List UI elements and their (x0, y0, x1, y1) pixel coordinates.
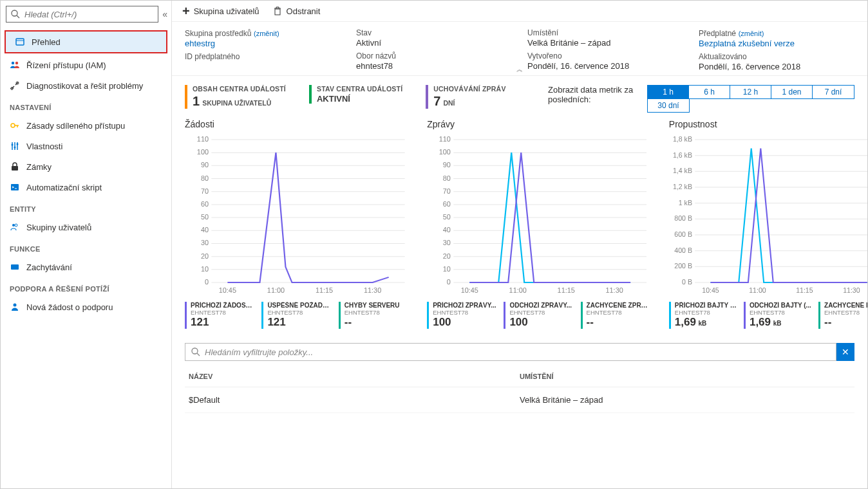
loc-label: Umístění (527, 28, 683, 37)
svg-text:11:00: 11:00 (749, 287, 766, 294)
th-name[interactable]: NÁZEV (189, 373, 520, 380)
timerange-30d[interactable]: 30 dní (648, 99, 689, 112)
timerange-1d[interactable]: 1 den (771, 86, 813, 98)
counter-status: STAV CENTRA UDÁLOSTÍ AKTIVNÍ (309, 85, 402, 104)
chart-messages-title: Zprávy (427, 119, 651, 129)
svg-text:110: 110 (439, 136, 451, 143)
svg-rect-23 (275, 9, 280, 15)
counter-status-label: STAV CENTRA UDÁLOSTÍ (317, 85, 402, 93)
ns-label: Obor názvů (356, 51, 512, 60)
group-icon (10, 222, 20, 232)
sub-id-label: ID předplatného (185, 52, 341, 61)
nav-overview[interactable]: Přehled (5, 30, 167, 53)
svg-text:80: 80 (201, 175, 209, 182)
nav-support-request[interactable]: Nová žádost o podporu (1, 297, 171, 317)
key-icon (10, 120, 20, 131)
nav-diagnose[interactable]: Diagnostikovat a řešit problémy (1, 75, 171, 96)
th-loc[interactable]: UMÍSTĚNÍ (520, 373, 851, 380)
table-row[interactable]: $Default Velká Británie – západ (185, 387, 854, 413)
section-functions: FUNKCE (1, 237, 171, 257)
legend-value: 100 (509, 316, 527, 328)
updated-value: Pondělí, 16. července 2018 (699, 62, 854, 71)
svg-text:10:45: 10:45 (219, 287, 236, 294)
legend-value: -- (344, 316, 352, 328)
chart-messages-legend: PŘÍCHOZÍ ZPRÁVY...EHNTEST78100ODCHOZÍ ZP… (427, 302, 651, 329)
timerange-6h[interactable]: 6 h (689, 86, 730, 98)
svg-rect-21 (11, 264, 19, 270)
rg-value[interactable]: ehtestrg (185, 39, 341, 48)
filter-clear-button[interactable]: ✕ (836, 343, 854, 361)
collapse-essentials-icon[interactable]: ︽ (516, 65, 523, 74)
svg-text:30: 30 (201, 240, 209, 247)
svg-text:10:45: 10:45 (461, 287, 478, 294)
counter-status-value: AKTIVNÍ (317, 94, 350, 104)
sidebar-search-input[interactable] (24, 10, 154, 19)
svg-line-109 (197, 353, 200, 356)
sub-value[interactable]: Bezplatná zkušební verze (699, 39, 854, 48)
nav-shared-access[interactable]: Zásady sdíleného přístupu (1, 115, 171, 136)
nav-capture[interactable]: Zachytávání (1, 257, 171, 277)
essentials-panel: Skupina prostředků (změnit) ehtestrg ID … (172, 22, 867, 76)
legend-value: 100 (433, 316, 451, 328)
counters-row: OBSAH CENTRA UDÁLOSTÍ 1SKUPINA UŽIVATELŮ… (172, 76, 867, 119)
rg-change-link[interactable]: (změnit) (254, 30, 279, 37)
chart-throughput[interactable]: Propustnost 0 B200 B400 B600 B800 B1 kB1… (669, 119, 867, 329)
legend-sub: EHNTEST78 (191, 309, 255, 316)
nav-locks[interactable]: Zámky (1, 156, 171, 177)
legend-sub: EHNTEST78 (509, 309, 574, 316)
counter-content-label: OBSAH CENTRA UDÁLOSTÍ (193, 85, 286, 93)
rg-label: Skupina prostředků (185, 29, 251, 38)
timerange-7d[interactable]: 7 dní (813, 86, 854, 98)
legend-sub: EHNTEST78 (750, 309, 812, 316)
sub-change-link[interactable]: (změnit) (739, 30, 764, 37)
nav-capture-label: Zachytávání (26, 263, 72, 272)
sidebar-search[interactable] (6, 6, 158, 23)
chart-throughput-title: Propustnost (669, 119, 867, 129)
svg-text:0: 0 (205, 279, 209, 286)
svg-text:90: 90 (201, 162, 209, 169)
legend-item: ÚSPĚŠNÉ POŽADAVKYEHNTEST78121 (261, 302, 332, 329)
timerange-12h[interactable]: 12 h (730, 86, 771, 98)
sidebar: « Přehled Řízení přístupu (IAM) Diagnost… (1, 1, 172, 488)
svg-text:70: 70 (443, 188, 451, 195)
svg-text:1,8 kB: 1,8 kB (673, 136, 692, 143)
filter-box[interactable]: Hledáním vyfiltrujte položky... (185, 343, 836, 361)
nav-support-request-label: Nová žádost o podporu (26, 302, 113, 312)
delete-label: Odstranit (287, 6, 321, 16)
legend-value: 121 (267, 316, 285, 328)
timerange-toggle: 1 h 6 h 12 h 1 den 7 dní (647, 85, 854, 99)
counter-retention: UCHOVÁVÁNÍ ZPRÁV 7DNÍ (426, 85, 505, 109)
td-loc: Velká Británie – západ (520, 395, 851, 405)
chart-throughput-svg: 0 B200 B400 B600 B800 B1 kB1,2 kB1,4 kB1… (669, 136, 867, 297)
chart-messages[interactable]: Zprávy 010203040506070809010011010:4511:… (427, 119, 651, 329)
chart-requests[interactable]: Žádosti 010203040506070809010011010:4511… (185, 119, 409, 329)
svg-text:1,4 kB: 1,4 kB (673, 168, 692, 175)
legend-title: ÚSPĚŠNÉ POŽADAVKY (267, 302, 332, 309)
nav-iam[interactable]: Řízení přístupu (IAM) (1, 55, 171, 75)
nav-consumer-groups-label: Skupiny uživatelů (26, 223, 91, 232)
legend-unit: kB (699, 320, 707, 327)
svg-text:1 kB: 1 kB (679, 199, 692, 207)
status-label: Stav (356, 28, 512, 37)
svg-point-20 (15, 224, 17, 226)
trash-icon (272, 6, 283, 16)
nav-properties[interactable]: Vlastnosti (1, 136, 171, 156)
collapse-sidebar-icon[interactable]: « (162, 9, 167, 19)
timerange-1h[interactable]: 1 h (648, 86, 689, 98)
nav-automation[interactable]: Automatizační skript (1, 177, 171, 198)
svg-text:11:00: 11:00 (509, 287, 527, 294)
nav-diagnose-label: Diagnostikovat a řešit problémy (26, 81, 143, 91)
chart-requests-title: Žádosti (185, 119, 409, 129)
add-consumer-group-button[interactable]: + Skupina uživatelů (182, 6, 259, 16)
ns-value: ehntest78 (356, 61, 512, 71)
toolbar: + Skupina uživatelů Odstranit (172, 1, 867, 22)
search-icon (191, 347, 201, 357)
delete-button[interactable]: Odstranit (272, 6, 321, 16)
plus-icon: + (182, 6, 190, 15)
svg-text:60: 60 (201, 201, 209, 208)
nav-consumer-groups[interactable]: Skupiny uživatelů (1, 217, 171, 237)
legend-sub: EHNTEST78 (824, 309, 867, 316)
svg-text:200 B: 200 B (674, 263, 692, 270)
charts-row: Žádosti 010203040506070809010011010:4511… (172, 119, 867, 334)
legend-value: -- (587, 316, 594, 328)
